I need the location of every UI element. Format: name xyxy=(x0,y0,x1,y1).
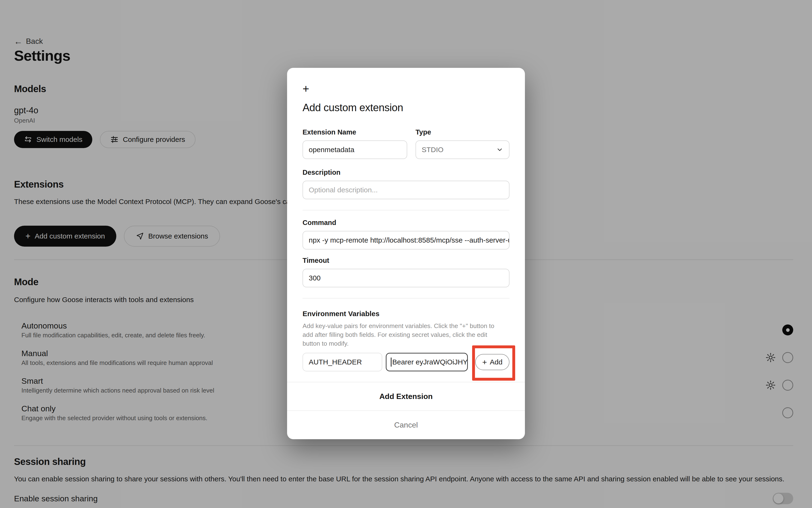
add-extension-submit-button[interactable]: Add Extension xyxy=(287,382,525,411)
description-input[interactable]: Optional description... xyxy=(302,181,510,199)
cancel-button[interactable]: Cancel xyxy=(287,411,525,439)
extension-name-value: openmetadata xyxy=(309,146,354,154)
extension-name-label: Extension Name xyxy=(302,128,407,136)
timeout-label: Timeout xyxy=(302,257,510,264)
modal-divider xyxy=(302,210,510,210)
modal-title: Add custom extension xyxy=(302,102,510,114)
type-select[interactable]: STDIO xyxy=(416,140,510,159)
type-selected-value: STDIO xyxy=(422,146,443,154)
chevron-down-icon xyxy=(496,146,503,153)
plus-icon: + xyxy=(482,357,487,367)
description-placeholder: Optional description... xyxy=(309,186,378,194)
modal-plus-icon: + xyxy=(302,83,510,94)
description-label: Description xyxy=(302,169,510,176)
env-add-label: Add xyxy=(490,358,502,366)
env-value-input[interactable]: Bearer eyJraWQiOiJHYjI xyxy=(386,353,468,371)
timeout-value: 300 xyxy=(309,274,321,282)
timeout-input[interactable]: 300 xyxy=(302,269,510,287)
command-label: Command xyxy=(302,219,510,227)
environment-variables-helper: Add key-value pairs for environment vari… xyxy=(302,322,504,348)
environment-variables-heading: Environment Variables xyxy=(302,310,510,318)
command-value: npx -y mcp-remote http://localhost:8585/… xyxy=(309,236,510,244)
modal-divider xyxy=(302,298,510,298)
type-label: Type xyxy=(416,128,510,136)
command-input[interactable]: npx -y mcp-remote http://localhost:8585/… xyxy=(302,231,510,250)
env-key-value: AUTH_HEADER xyxy=(309,358,362,366)
extension-name-input[interactable]: openmetadata xyxy=(302,140,407,159)
env-key-input[interactable]: AUTH_HEADER xyxy=(302,353,382,371)
add-custom-extension-modal: + Add custom extension Extension Name op… xyxy=(287,68,525,439)
env-value-value: Bearer eyJraWQiOiJHYjI xyxy=(392,358,468,366)
text-cursor xyxy=(391,357,391,367)
env-add-button[interactable]: + Add xyxy=(475,354,510,370)
